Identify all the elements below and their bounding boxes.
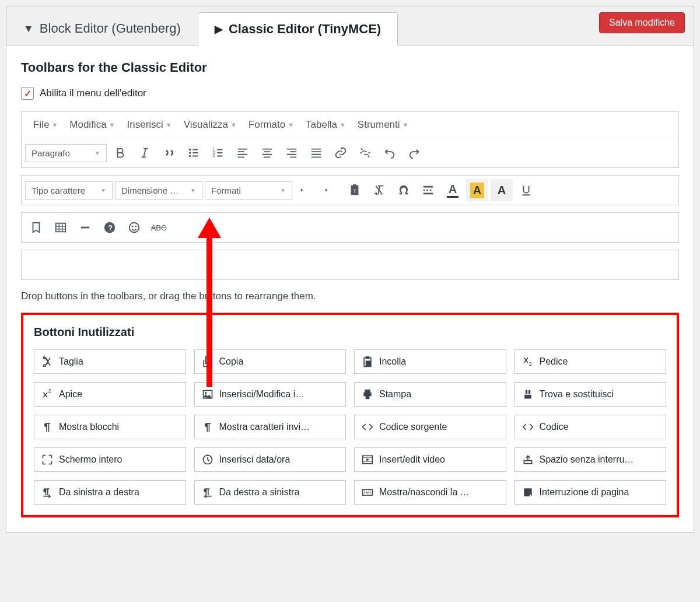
- bookmark-icon[interactable]: [25, 216, 47, 239]
- tab-block-editor[interactable]: ▼ Block Editor (Gutenberg): [6, 12, 198, 45]
- unused-button-img[interactable]: Inserisci/Modifica i…: [194, 382, 346, 407]
- svg-point-23: [135, 226, 136, 228]
- button-label: Schermo intero: [59, 454, 123, 465]
- highlight-icon[interactable]: A: [466, 179, 488, 201]
- align-justify-icon[interactable]: [305, 142, 327, 164]
- button-label: Codice sorgente: [379, 422, 447, 432]
- formats-dropdown[interactable]: Formati▼: [205, 181, 292, 200]
- unused-button-blocks[interactable]: Mostra blocchi: [34, 415, 186, 439]
- toolbar-row-3[interactable]: ? ABC: [21, 212, 679, 243]
- print-icon: [362, 388, 373, 400]
- chevron-down-icon: ▼: [51, 121, 58, 128]
- unused-button-ltr[interactable]: Da sinistra a destra: [34, 480, 186, 505]
- unused-button-rtl[interactable]: Da destra a sinistra: [194, 480, 346, 505]
- caret-right-icon: ▶: [215, 23, 223, 36]
- source-icon: [362, 421, 373, 433]
- enable-menu-row[interactable]: ✓ Abilita il menu dell'editor: [21, 87, 679, 100]
- tab-content: Toolbars for the Classic Editor ✓ Abilit…: [6, 45, 694, 532]
- chevron-down-icon: ▼: [109, 121, 116, 128]
- size-dropdown[interactable]: Dimensione …▼: [115, 181, 202, 200]
- menu-file[interactable]: File▼: [29, 117, 62, 133]
- unused-button-kbd[interactable]: Mostra/nascondi la …: [354, 480, 506, 505]
- checkbox-icon[interactable]: ✓: [21, 87, 34, 100]
- paste-text-icon[interactable]: T: [344, 179, 366, 201]
- menu-insert[interactable]: Inserisci▼: [123, 117, 177, 133]
- clear-format-icon[interactable]: [368, 179, 390, 201]
- paragraph-dropdown[interactable]: Paragrafo▼: [25, 144, 107, 162]
- table-icon[interactable]: [50, 216, 72, 239]
- svg-point-9: [189, 149, 191, 151]
- unused-button-break[interactable]: Interruzione di pagina: [514, 480, 667, 505]
- menu-tools[interactable]: Strumenti▼: [353, 117, 414, 133]
- ol-icon[interactable]: 123: [207, 142, 229, 164]
- emoji-icon[interactable]: [123, 216, 145, 239]
- help-icon[interactable]: ?: [99, 216, 121, 239]
- menu-table[interactable]: Tabella▼: [301, 117, 351, 133]
- hr-icon[interactable]: [74, 216, 96, 239]
- unused-button-sup[interactable]: Apice: [34, 382, 186, 407]
- unused-button-cut[interactable]: Taglia: [34, 349, 186, 374]
- save-button[interactable]: Salva modifiche: [599, 12, 685, 33]
- underline-icon[interactable]: [515, 179, 537, 201]
- text-color-icon[interactable]: A: [442, 179, 464, 201]
- align-left-icon[interactable]: [232, 142, 254, 164]
- sub-icon: [522, 356, 534, 368]
- chevron-down-icon: ▼: [230, 121, 237, 128]
- chevron-down-icon: ▼: [280, 187, 286, 194]
- background-color-icon[interactable]: A: [491, 179, 513, 201]
- indent-icon[interactable]: [319, 179, 341, 201]
- unused-button-copy[interactable]: Copia: [194, 349, 346, 374]
- unused-button-code[interactable]: Codice: [514, 415, 667, 439]
- full-icon: [41, 454, 53, 466]
- unused-button-source[interactable]: Codice sorgente: [354, 415, 506, 439]
- button-label: Apice: [59, 389, 82, 400]
- unused-button-print[interactable]: Stampa: [354, 382, 506, 407]
- button-label: Da sinistra a destra: [59, 487, 139, 498]
- sup-icon: [41, 388, 53, 400]
- menu-format[interactable]: Formato▼: [244, 117, 299, 133]
- align-right-icon[interactable]: [281, 142, 303, 164]
- unused-button-video[interactable]: Insert/edit video: [354, 447, 506, 472]
- chevron-down-icon: ▼: [100, 187, 106, 194]
- read-more-icon[interactable]: [417, 179, 439, 201]
- strike-icon[interactable]: ABC: [148, 216, 170, 239]
- toolbar-row-1[interactable]: File▼ Modifica▼ Inserisci▼ Visualizza▼ F…: [21, 111, 679, 168]
- date-icon: [202, 454, 214, 466]
- toolbar-row-2[interactable]: Tipo carattere▼ Dimensione …▼ Formati▼ T…: [21, 175, 679, 205]
- unlink-icon[interactable]: [354, 142, 376, 164]
- ltr-icon: [41, 487, 53, 498]
- font-dropdown[interactable]: Tipo carattere▼: [25, 181, 113, 200]
- redo-icon[interactable]: [403, 142, 425, 164]
- undo-icon[interactable]: [379, 142, 401, 164]
- special-char-icon[interactable]: [393, 179, 415, 201]
- unused-button-invis[interactable]: Mostra caratteri invi…: [194, 415, 346, 439]
- unused-button-nbsp[interactable]: Spazio senza interru…: [514, 447, 667, 472]
- format-bar[interactable]: Paragrafo▼ 123: [22, 138, 678, 167]
- button-label: Interruzione di pagina: [540, 487, 629, 498]
- unused-button-paste[interactable]: Incolla: [354, 349, 506, 374]
- caret-down-icon: ▼: [23, 23, 34, 35]
- unused-button-date[interactable]: Inserisci data/ora: [194, 447, 346, 472]
- unused-button-find[interactable]: Trova e sostituisci: [514, 382, 667, 407]
- bold-icon[interactable]: [109, 142, 131, 164]
- menu-view[interactable]: Visualizza▼: [179, 117, 242, 133]
- menu-edit[interactable]: Modifica▼: [65, 117, 120, 133]
- copy-icon: [202, 356, 214, 368]
- unused-button-sub[interactable]: Pedice: [514, 349, 667, 374]
- align-center-icon[interactable]: [256, 142, 278, 164]
- link-icon[interactable]: [330, 142, 352, 164]
- break-icon: [522, 487, 534, 498]
- ul-icon[interactable]: [183, 142, 205, 164]
- button-label: Incolla: [379, 356, 406, 367]
- unused-buttons-grid: TagliaCopiaIncollaPediceApiceInserisci/M…: [34, 349, 666, 505]
- tab-classic-editor[interactable]: ▶ Classic Editor (TinyMCE): [198, 12, 398, 46]
- quote-icon[interactable]: [158, 142, 180, 164]
- unused-button-full[interactable]: Schermo intero: [34, 447, 186, 472]
- italic-icon[interactable]: [134, 142, 156, 164]
- toolbar-row-empty[interactable]: [21, 250, 679, 280]
- tabs: ▼ Block Editor (Gutenberg) ▶ Classic Edi…: [6, 6, 694, 45]
- button-label: Spazio senza interru…: [540, 454, 634, 465]
- invis-icon: [202, 421, 214, 433]
- outdent-icon[interactable]: [295, 179, 317, 201]
- chevron-down-icon: ▼: [402, 121, 409, 128]
